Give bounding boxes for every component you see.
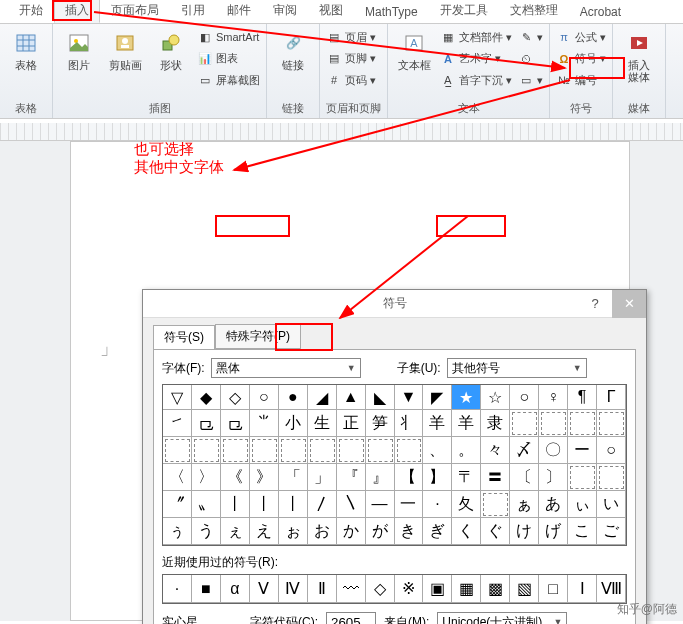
tab-邮件[interactable]: 邮件 — [216, 0, 262, 23]
symbol-cell[interactable]: ⺋ — [221, 410, 250, 437]
shapes-button[interactable]: 形状 — [151, 27, 191, 90]
symbol-cell[interactable] — [597, 410, 626, 437]
recent-cell[interactable]: · — [163, 575, 192, 603]
symbol-cell[interactable]: 夂 — [452, 491, 481, 518]
recent-cell[interactable]: ▦ — [452, 575, 481, 603]
symbol-cell[interactable]: 笋 — [366, 410, 395, 437]
symbol-cell[interactable]: 》 — [250, 464, 279, 491]
symbol-cell[interactable] — [510, 410, 539, 437]
wordart-button[interactable]: A艺术字 ▾ — [440, 49, 512, 69]
tab-审阅[interactable]: 审阅 — [262, 0, 308, 23]
symbol-cell[interactable]: 〆 — [510, 437, 539, 464]
symbol-cell[interactable]: ○ — [597, 437, 626, 464]
recent-cell[interactable]: Ⅳ — [279, 575, 308, 603]
symbol-cell[interactable]: 〈 — [163, 464, 192, 491]
symbol-cell[interactable]: 羊 — [423, 410, 452, 437]
symbol-cell[interactable] — [250, 437, 279, 464]
symbol-cell[interactable]: 隶 — [481, 410, 510, 437]
symbol-cell[interactable]: え — [250, 518, 279, 545]
header-button[interactable]: ▤页眉 ▾ — [326, 27, 376, 47]
number-button[interactable]: №编号 — [556, 70, 606, 90]
recent-cell[interactable]: ▩ — [481, 575, 510, 603]
dropcap-button[interactable]: A̲首字下沉 ▾ — [440, 70, 512, 90]
symbol-cell[interactable]: 〔 — [510, 464, 539, 491]
recent-cell[interactable]: □ — [539, 575, 568, 603]
symbol-cell[interactable]: ご — [597, 518, 626, 545]
symbol-cell[interactable]: 】 — [423, 464, 452, 491]
symbol-cell[interactable]: ⺌ — [250, 410, 279, 437]
datetime-button[interactable]: ⏲ — [518, 49, 543, 69]
symbol-cell[interactable]: 小 — [279, 410, 308, 437]
symbol-cell[interactable]: · — [423, 491, 452, 518]
symbol-cell[interactable]: ▲ — [337, 385, 366, 410]
symbol-cell[interactable]: 正 — [337, 410, 366, 437]
textbox-button[interactable]: A文本框 — [394, 27, 434, 90]
symbol-cell[interactable]: 〉 — [192, 464, 221, 491]
symbol-cell[interactable] — [568, 410, 597, 437]
symbol-cell[interactable] — [279, 437, 308, 464]
symbol-cell[interactable]: き — [395, 518, 424, 545]
symbol-cell[interactable]: ♀ — [539, 385, 568, 410]
recent-cell[interactable]: Ⅱ — [308, 575, 337, 603]
symbol-cell[interactable] — [192, 437, 221, 464]
symbol-cell[interactable]: ¶ — [568, 385, 597, 410]
tab-symbols[interactable]: 符号(S) — [153, 325, 215, 350]
dialog-titlebar[interactable]: 符号 ? ✕ — [143, 290, 646, 318]
symbol-cell[interactable] — [366, 437, 395, 464]
symbol-cell[interactable]: 〓 — [481, 464, 510, 491]
symbol-cell[interactable]: 」 — [308, 464, 337, 491]
recent-cell[interactable]: ■ — [192, 575, 221, 603]
symbol-cell[interactable] — [481, 491, 510, 518]
symbol-cell[interactable]: ㇀ — [163, 410, 192, 437]
tab-special[interactable]: 特殊字符(P) — [215, 324, 301, 349]
symbol-cell[interactable]: く — [452, 518, 481, 545]
close-button[interactable]: ✕ — [612, 290, 646, 318]
tab-Acrobat[interactable]: Acrobat — [569, 1, 632, 23]
recent-cell[interactable]: Ⅴ — [250, 575, 279, 603]
quickparts-button[interactable]: ▦文档部件 ▾ — [440, 27, 512, 47]
symbol-cell[interactable]: 。 — [452, 437, 481, 464]
symbol-cell[interactable]: Γ — [597, 385, 626, 410]
symbol-cell[interactable]: ー — [568, 437, 597, 464]
symbol-cell[interactable]: ぅ — [163, 518, 192, 545]
object-button[interactable]: ▭▾ — [518, 70, 543, 90]
footer-button[interactable]: ▤页脚 ▾ — [326, 49, 376, 69]
symbol-cell[interactable] — [163, 437, 192, 464]
sig-line-button[interactable]: ✎▾ — [518, 27, 543, 47]
symbol-cell[interactable]: あ — [539, 491, 568, 518]
symbol-cell[interactable]: い — [597, 491, 626, 518]
symbol-cell[interactable]: 々 — [481, 437, 510, 464]
symbol-cell[interactable]: 丨 — [221, 491, 250, 518]
media-button[interactable]: 插入 媒体 — [619, 27, 659, 83]
symbol-cell[interactable]: ぉ — [279, 518, 308, 545]
tab-MathType[interactable]: MathType — [354, 1, 429, 23]
pagenum-button[interactable]: #页码 ▾ — [326, 70, 376, 90]
symbol-cell[interactable]: ぇ — [221, 518, 250, 545]
symbol-cell[interactable]: ● — [279, 385, 308, 410]
symbol-cell[interactable]: げ — [539, 518, 568, 545]
recent-cell[interactable]: ▧ — [510, 575, 539, 603]
symbol-cell[interactable]: ◆ — [192, 385, 221, 410]
symbol-cell[interactable]: ⺋ — [192, 410, 221, 437]
recent-cell[interactable]: ※ — [395, 575, 424, 603]
symbol-cell[interactable]: 【 — [395, 464, 424, 491]
symbol-cell[interactable]: 』 — [366, 464, 395, 491]
table-button[interactable]: 表格 — [6, 27, 46, 71]
symbol-cell[interactable] — [337, 437, 366, 464]
symbol-cell[interactable]: 丬 — [395, 410, 424, 437]
recent-cell[interactable]: ▣ — [423, 575, 452, 603]
recent-cell[interactable]: α — [221, 575, 250, 603]
symbol-cell[interactable]: こ — [568, 518, 597, 545]
symbol-cell[interactable]: ぁ — [510, 491, 539, 518]
symbol-cell[interactable]: 〟 — [192, 491, 221, 518]
tab-开发工具[interactable]: 开发工具 — [429, 0, 499, 23]
symbol-cell[interactable]: 〇 — [539, 437, 568, 464]
symbol-cell[interactable]: お — [308, 518, 337, 545]
symbol-cell[interactable]: う — [192, 518, 221, 545]
tab-文档整理[interactable]: 文档整理 — [499, 0, 569, 23]
symbol-cell[interactable]: 丨 — [279, 491, 308, 518]
equation-button[interactable]: π公式 ▾ — [556, 27, 606, 47]
symbol-cell[interactable]: ○ — [510, 385, 539, 410]
clipart-button[interactable]: 剪贴画 — [105, 27, 145, 90]
symbol-cell[interactable]: ▽ — [163, 385, 192, 410]
